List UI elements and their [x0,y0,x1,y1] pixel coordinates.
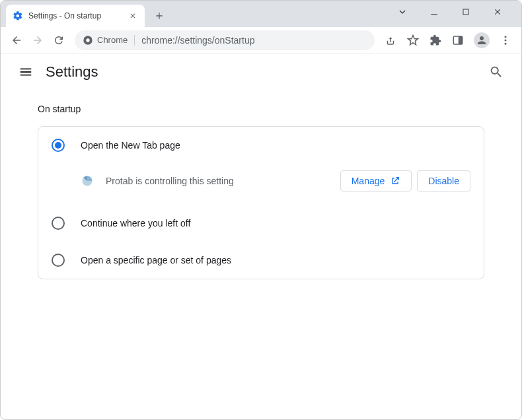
option-label: Open a specific page or set of pages [81,255,231,265]
open-external-icon [390,176,400,186]
svg-rect-4 [459,36,463,44]
svg-point-7 [505,42,507,44]
forward-button[interactable] [27,30,48,51]
extension-message: Protab is controlling this setting [106,176,335,186]
new-tab-button[interactable] [150,7,168,25]
option-continue[interactable]: Continue where you left off [38,205,484,242]
svg-point-5 [505,36,507,38]
search-icon[interactable] [484,60,508,84]
settings-header: Settings [1,53,521,90]
address-bar: Chrome chrome://settings/onStartup [1,27,521,53]
chevron-down-icon[interactable] [394,4,410,20]
startup-options-card: Open the New Tab page Protab is controll… [38,126,484,279]
maximize-icon[interactable] [458,4,474,20]
kebab-menu-icon[interactable] [499,34,512,47]
profile-avatar[interactable] [474,32,490,48]
section-title: On startup [38,104,484,114]
gear-icon [13,11,23,21]
chrome-icon [83,35,93,46]
minimize-icon[interactable] [426,4,442,20]
settings-content: On startup Open the New Tab page Protab … [1,90,521,285]
radio-selected[interactable] [52,139,65,152]
window-titlebar: Settings - On startup [1,1,521,27]
extension-notice: Protab is controlling this setting Manag… [38,164,484,205]
svg-point-2 [86,38,89,42]
disable-label: Disable [428,176,459,186]
close-tab-icon[interactable] [128,11,138,21]
svg-point-6 [505,39,507,41]
omnibox[interactable]: Chrome chrome://settings/onStartup [75,30,375,50]
option-label: Continue where you left off [81,218,190,228]
hamburger-menu-icon[interactable] [14,60,38,84]
bookmark-star-icon[interactable] [406,34,420,47]
page-title: Settings [46,63,98,81]
manage-button[interactable]: Manage [340,170,412,192]
option-label: Open the New Tab page [81,140,180,151]
radio-unselected[interactable] [52,217,65,230]
back-button[interactable] [6,30,27,51]
svg-rect-0 [463,9,468,15]
manage-label: Manage [352,176,385,186]
close-window-icon[interactable] [490,4,505,20]
window-controls [394,1,511,27]
extension-app-icon [81,174,94,188]
share-icon[interactable] [384,34,397,47]
browser-tab[interactable]: Settings - On startup [6,5,145,27]
extensions-icon[interactable] [429,34,442,47]
disable-button[interactable]: Disable [417,170,470,192]
chip-label: Chrome [97,35,128,45]
reload-button[interactable] [48,30,69,51]
option-specific-pages[interactable]: Open a specific page or set of pages [38,242,484,279]
url-text: chrome://settings/onStartup [141,35,254,46]
site-chip: Chrome [83,35,135,46]
tab-title: Settings - On startup [28,11,128,20]
radio-unselected[interactable] [52,254,65,267]
sidepanel-icon[interactable] [451,34,465,47]
option-new-tab[interactable]: Open the New Tab page [38,127,484,164]
